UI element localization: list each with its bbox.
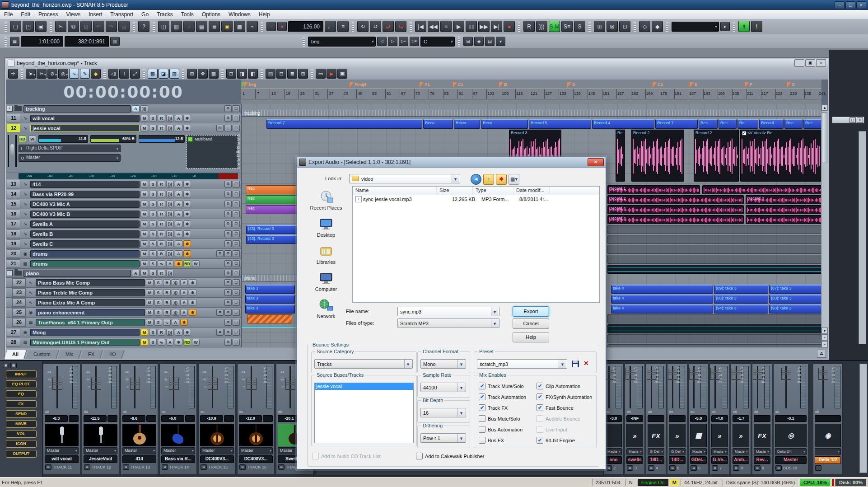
track-row-19[interactable]: 19∿Swells CMSR)))A❄⧉▢ xyxy=(6,239,241,249)
dialog-close-button[interactable]: × xyxy=(588,158,604,166)
bus-fx-module[interactable]: » xyxy=(733,424,749,447)
delete-preset-icon[interactable]: ✕ xyxy=(583,360,589,367)
track-badge-M[interactable]: M xyxy=(140,260,148,267)
track-name[interactable]: DC400 V3 Mic A xyxy=(30,201,140,208)
bus-output-combo[interactable]: Maste xyxy=(733,448,749,455)
menu-insert[interactable]: Insert xyxy=(84,11,106,18)
new-file-icon[interactable]: ▢ xyxy=(10,21,21,32)
link-icon[interactable]: ⧉ xyxy=(754,465,761,471)
track-badge-[interactable]: ))) xyxy=(172,299,179,306)
place-desktop[interactable]: Desktop xyxy=(303,217,350,243)
minimize-button[interactable]: ‒ xyxy=(835,1,845,9)
export-button[interactable]: Export xyxy=(513,306,549,317)
track-badge-A[interactable]: A xyxy=(132,270,140,276)
folder-name[interactable]: tracking xyxy=(23,105,131,112)
channel-output-combo[interactable]: Master xyxy=(122,447,156,454)
track-number[interactable]: 15 xyxy=(7,200,20,208)
mute-tool-icon[interactable]: ⊘ xyxy=(47,69,57,79)
channel-name[interactable]: will vocal xyxy=(45,455,79,463)
track-number[interactable]: 17 xyxy=(7,220,20,228)
link-icon[interactable]: ⧉ xyxy=(123,464,129,470)
bus-fx-module[interactable]: » xyxy=(626,424,643,447)
track-badge-A[interactable]: A xyxy=(180,279,188,286)
fader-handle[interactable] xyxy=(169,378,179,390)
track-badge-M[interactable]: M xyxy=(140,240,148,247)
track-badge-S[interactable]: S xyxy=(149,260,157,267)
clip[interactable]: Rec xyxy=(246,205,299,214)
track-badge-R[interactable]: R xyxy=(158,191,165,197)
clip[interactable] xyxy=(607,245,822,254)
link-icon[interactable]: ⧉ xyxy=(278,464,285,470)
track-name[interactable]: MinimogueLUXUS 1 Primary Out xyxy=(30,339,140,346)
link-icon[interactable]: ⧉ xyxy=(606,465,612,471)
clip[interactable]: Record 4 xyxy=(607,205,744,214)
tw-restore-button[interactable]: ▣ xyxy=(805,59,815,67)
up-folder-icon[interactable]: ↑ xyxy=(483,174,494,185)
close-button[interactable]: × xyxy=(856,1,866,9)
channel-output-combo[interactable]: Master xyxy=(45,447,79,454)
record-icon[interactable]: ● xyxy=(504,21,515,32)
track-view-icon[interactable]: ◫ xyxy=(158,21,169,32)
track-number[interactable]: 21 xyxy=(7,259,20,268)
track-row-11[interactable]: 11∿will vocalMSR)))A❄⧉▢ xyxy=(6,113,241,123)
track-badge-[interactable]: ))) xyxy=(166,211,174,217)
track-badge-[interactable]: ))) xyxy=(166,191,174,197)
bus-name[interactable]: swells xyxy=(626,456,643,464)
track-name[interactable]: DC400 V3 Mic B xyxy=(30,211,140,218)
bus-output-combo[interactable]: G-Del xyxy=(648,448,664,455)
clip[interactable] xyxy=(607,265,822,274)
channel-format-combo[interactable]: Mono xyxy=(420,359,466,369)
track-badge-[interactable]: ❄ xyxy=(183,181,191,187)
views-icon[interactable]: ▦▾ xyxy=(509,174,519,185)
snap-grid-icon[interactable]: ▦ xyxy=(148,69,158,79)
play-clip-icon[interactable]: ▶ xyxy=(327,69,336,79)
fx-bin[interactable]: Multiband xyxy=(187,135,238,169)
track-badge-M[interactable]: M xyxy=(146,289,154,296)
marker-next-icon[interactable]: ▷ xyxy=(388,37,397,46)
channel-name[interactable]: 414 xyxy=(122,455,156,463)
open-file-icon[interactable]: ◳ xyxy=(23,21,34,32)
source-buses-listbox[interactable]: jessie vocal xyxy=(314,383,414,443)
solo-mute-icon[interactable]: S-M xyxy=(549,21,560,32)
track-badge-M[interactable]: M xyxy=(146,319,154,326)
fader-handle[interactable] xyxy=(247,378,257,390)
link-icon[interactable]: ⧉ xyxy=(162,464,168,470)
metronome-icon[interactable]: ♩ xyxy=(325,21,336,32)
channel-name[interactable]: DC400V3... xyxy=(200,455,234,463)
link-icon[interactable]: ⧉ xyxy=(201,464,207,470)
track-name[interactable]: Swells B xyxy=(30,230,140,238)
channel-name[interactable]: JessieVocl xyxy=(84,455,117,463)
clip[interactable]: ✔<V-Vocal> Re xyxy=(740,129,821,182)
smart-tool-icon[interactable]: ➤ xyxy=(26,69,36,79)
rail-msr[interactable]: M/S/R xyxy=(6,420,37,428)
tab-fx[interactable]: FX xyxy=(80,350,103,359)
track-mini-icon[interactable]: ▢ xyxy=(233,220,240,227)
menu-process[interactable]: Process xyxy=(34,11,62,18)
video-thumb-icon[interactable]: ◪ xyxy=(159,69,168,79)
track-badge-R[interactable]: R xyxy=(158,250,165,257)
output-combo[interactable]: OMaster xyxy=(19,154,121,162)
track-name[interactable]: jessie vocal xyxy=(30,125,140,132)
track-row-22[interactable]: 22∿Piano Bass Mic CompMSR)))A❄⧉▢ xyxy=(6,278,241,288)
menu-windows[interactable]: Windows xyxy=(224,11,255,18)
track-badge-RD[interactable]: RD xyxy=(183,260,191,267)
track-mini-icon[interactable]: ▢ xyxy=(233,250,240,257)
track-badge-S[interactable]: S xyxy=(154,299,162,306)
tempo-list-icon[interactable]: ≡ xyxy=(337,21,349,32)
channel-name[interactable]: Bass via R... xyxy=(161,455,195,463)
track-badge-[interactable]: ))) xyxy=(166,181,174,187)
save-icon[interactable]: ▣ xyxy=(35,21,47,32)
clip[interactable] xyxy=(607,225,822,234)
marker-list-icon[interactable]: ▷≡ xyxy=(410,37,419,46)
track-badge-R[interactable]: R xyxy=(163,289,171,296)
background-scrollbar[interactable] xyxy=(859,131,866,344)
table-icon[interactable]: ▣ xyxy=(337,69,347,79)
track-mini-icon[interactable]: ▢ xyxy=(233,289,240,296)
clip[interactable]: Record 2 xyxy=(607,195,744,204)
hardware-out-name[interactable]: Delta 1/2 xyxy=(815,456,841,464)
track-name[interactable]: piano enhancement xyxy=(36,309,145,316)
track-badge-[interactable]: ❄ xyxy=(180,319,188,326)
snap-small-icon[interactable]: ▾ xyxy=(496,37,505,46)
source-category-combo[interactable]: Tracks xyxy=(314,359,413,369)
undo-icon[interactable]: ↶ xyxy=(93,21,104,32)
